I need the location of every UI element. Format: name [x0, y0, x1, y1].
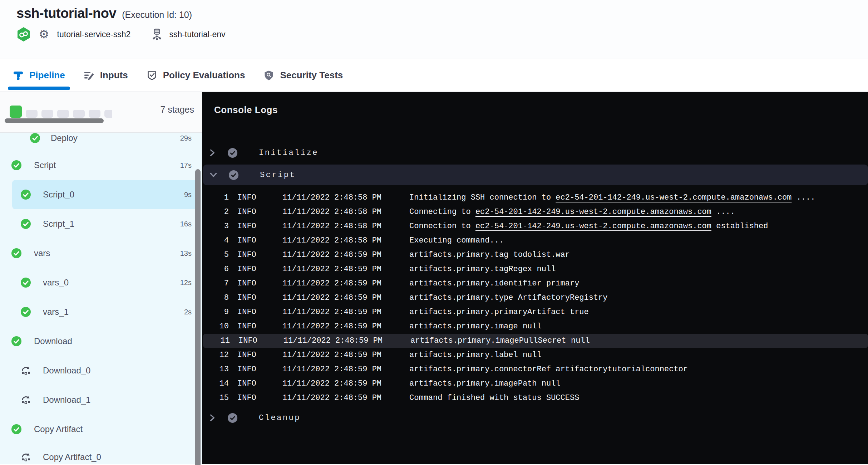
log-timestamp: 11/11/2022 2:48:58 PM — [282, 205, 381, 219]
success-check-icon — [11, 336, 21, 346]
log-line-number: 15 — [202, 391, 229, 405]
log-line-number: 2 — [202, 205, 229, 219]
rerun-step-icon — [21, 452, 31, 462]
section-label: Script — [260, 171, 296, 180]
success-check-icon — [21, 278, 31, 288]
step-success-icon — [228, 413, 237, 423]
log-level: INFO — [237, 377, 256, 391]
stage-count-label: 7 stages — [160, 104, 194, 115]
stage-row-download-1[interactable]: Download_1 — [0, 385, 202, 415]
log-timestamp: 11/11/2022 2:48:59 PM — [282, 291, 381, 305]
log-link[interactable]: ec2-54-201-142-249.us-west-2.compute.ama… — [475, 207, 711, 216]
stage-row-vars-1[interactable]: vars_1 2s — [0, 297, 202, 327]
stage-row-script-1[interactable]: Script_1 16s — [0, 209, 202, 239]
log-level: INFO — [237, 305, 256, 319]
log-timestamp: 11/11/2022 2:48:59 PM — [282, 348, 381, 362]
sidebar-vertical-scrollbar[interactable] — [195, 169, 201, 465]
stage-row-deploy[interactable]: Deploy 29s — [0, 133, 202, 153]
log-line: 13 INFO 11/11/2022 2:48:59 PM artifacts.… — [202, 362, 868, 377]
console-panel: Console Logs Initialize Script — [202, 92, 868, 464]
progress-segment — [41, 110, 53, 118]
environment-name[interactable]: ssh-tutorial-env — [169, 30, 225, 39]
tab-inputs[interactable]: Inputs — [84, 59, 128, 92]
section-cleanup[interactable]: Cleanup — [202, 407, 868, 428]
tab-pipeline[interactable]: Pipeline — [13, 59, 65, 92]
cd-module-icon — [16, 27, 31, 42]
log-line: 8 INFO 11/11/2022 2:48:59 PM artifacts.p… — [202, 291, 868, 305]
success-check-icon — [11, 160, 21, 170]
log-level: INFO — [237, 319, 256, 334]
stage-label: Copy Artifact_0 — [43, 442, 101, 464]
log-level: INFO — [237, 248, 256, 262]
step-success-icon — [229, 170, 238, 180]
log-line-number: 11 — [203, 334, 230, 348]
stage-label: vars_1 — [43, 297, 69, 327]
section-initialize[interactable]: Initialize — [202, 142, 868, 163]
log-message: Command finished with status SUCCESS — [409, 391, 579, 405]
stage-row-script[interactable]: Script 17s — [0, 151, 202, 180]
inputs-icon — [84, 70, 95, 81]
rerun-step-icon — [21, 366, 31, 376]
chevron-right-icon[interactable] — [208, 149, 216, 157]
stage-sidebar: 7 stages Deploy 29s Script 17s Script_0 … — [0, 92, 202, 464]
stage-label: Script — [34, 151, 56, 180]
service-name[interactable]: tutorial-service-ssh2 — [57, 30, 131, 39]
log-level: INFO — [237, 391, 256, 405]
title-row: ssh-tutorial-nov (Execution Id: 10) — [16, 0, 868, 21]
page-title: ssh-tutorial-nov — [16, 6, 116, 21]
progress-horizontal-scrollbar[interactable] — [5, 118, 104, 123]
stage-label: Script_0 — [43, 180, 74, 209]
stage-label: Download — [34, 327, 72, 356]
progress-segment — [10, 106, 22, 118]
log-message: Initializing SSH connection to ec2-54-20… — [409, 191, 815, 205]
stage-label: vars_0 — [43, 268, 69, 297]
log-line: 14 INFO 11/11/2022 2:48:59 PM artifacts.… — [202, 377, 868, 391]
log-message: artifacts.primary.primaryArtifact true — [409, 305, 589, 319]
log-message: artifacts.primary.identifier primary — [409, 276, 579, 291]
tab-policy-evaluations[interactable]: Policy Evaluations — [147, 59, 245, 92]
log-line-number: 4 — [202, 234, 229, 248]
log-timestamp: 11/11/2022 2:48:59 PM — [282, 377, 381, 391]
stage-label: Download_0 — [43, 356, 90, 385]
log-line: 5 INFO 11/11/2022 2:48:59 PM artifacts.p… — [202, 248, 868, 262]
stage-row-copy-artifact[interactable]: Copy Artifact — [0, 415, 202, 444]
log-line-number: 6 — [202, 262, 229, 276]
log-line-number: 13 — [202, 362, 229, 377]
log-message: artifacts.primary.type ArtifactoryRegist… — [409, 291, 608, 305]
log-line: 15 INFO 11/11/2022 2:48:59 PM Command fi… — [202, 391, 868, 405]
stage-row-vars[interactable]: vars 13s — [0, 239, 202, 268]
stage-label: vars — [34, 239, 50, 268]
log-level: INFO — [238, 334, 257, 348]
log-message: artifacts.primary.connectorRef artifacto… — [409, 362, 688, 377]
sidebar-header: 7 stages — [0, 92, 202, 133]
log-level: INFO — [237, 191, 256, 205]
log-message: artifacts.primary.imagePullSecret null — [410, 334, 590, 348]
log-message: artifacts.primary.tagRegex null — [409, 262, 556, 276]
stage-row-download-0[interactable]: Download_0 — [0, 356, 202, 385]
success-check-icon — [21, 190, 31, 200]
log-link[interactable]: ec2-54-201-142-249.us-west-2.compute.ama… — [556, 193, 791, 202]
stage-row-download[interactable]: Download — [0, 327, 202, 356]
tab-security-tests[interactable]: Security Tests — [263, 59, 343, 92]
console-header: Console Logs — [202, 92, 868, 128]
meta-row: ⚙ tutorial-service-ssh2 ssh-tutorial-env — [16, 27, 868, 42]
stage-label: Copy Artifact — [34, 415, 83, 444]
stage-row-script-0-selected[interactable]: Script_0 9s — [0, 180, 202, 209]
tab-inputs-label: Inputs — [100, 70, 128, 81]
log-level: INFO — [237, 362, 256, 377]
chevron-right-icon[interactable] — [208, 414, 216, 422]
stage-row-vars-0[interactable]: vars_0 12s — [0, 268, 202, 297]
stage-row-copy-artifact-0[interactable]: Copy Artifact_0 — [0, 442, 202, 464]
log-level: INFO — [237, 234, 256, 248]
section-script[interactable]: Script — [203, 165, 868, 185]
stage-label: Script_1 — [43, 209, 74, 239]
chevron-down-icon[interactable] — [209, 171, 217, 179]
log-link[interactable]: ec2-54-201-142-249.us-west-2.compute.ama… — [475, 222, 711, 231]
log-timestamp: 11/11/2022 2:48:58 PM — [282, 191, 381, 205]
section-label: Initialize — [259, 148, 319, 157]
log-line: 4 INFO 11/11/2022 2:48:58 PM Executing c… — [202, 234, 868, 248]
log-timestamp: 11/11/2022 2:48:58 PM — [282, 234, 381, 248]
success-check-icon — [21, 219, 31, 229]
log-message: Connecting to ec2-54-201-142-249.us-west… — [409, 205, 735, 219]
log-line-number: 12 — [202, 348, 229, 362]
